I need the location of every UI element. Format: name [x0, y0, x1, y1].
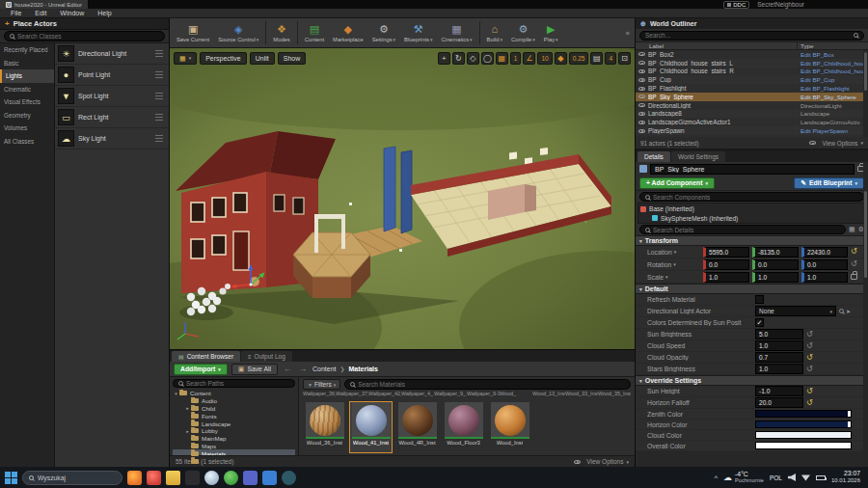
overall-color-swatch[interactable]: [755, 442, 852, 449]
view-options-button[interactable]: View Options ▾: [808, 140, 863, 147]
taskbar-app-icon[interactable]: [243, 471, 258, 485]
tray-expand-icon[interactable]: ^: [715, 474, 718, 481]
cloud-speed-field[interactable]: 1.0: [755, 340, 803, 351]
asset-tile-selected[interactable]: Wood_41_Inst: [349, 401, 393, 453]
drag-grip-icon[interactable]: [155, 95, 163, 96]
folder-content[interactable]: ▾Content: [173, 390, 295, 397]
visibility-eye-icon[interactable]: [638, 61, 645, 65]
scale-snap-value[interactable]: 0.25: [569, 52, 589, 65]
scale-tool-icon[interactable]: ◇: [467, 52, 479, 65]
outliner-search-box[interactable]: [639, 31, 864, 41]
asset-tile[interactable]: Wood_Inst: [488, 401, 531, 453]
category-all-classes[interactable]: All Classes: [0, 135, 54, 149]
viewport[interactable]: ▦▾ Perspective Unlit Show + ↻ ◇ ◯ ▦ 1 ∠ …: [170, 48, 635, 349]
play-button[interactable]: ▶ Play▾: [540, 19, 562, 47]
forward-arrow-icon[interactable]: →: [297, 365, 309, 373]
build-button[interactable]: ⌂ Build▾: [483, 19, 506, 47]
grid-snap-icon[interactable]: ▦: [496, 52, 508, 65]
toolbar-overflow-icon[interactable]: »: [626, 29, 632, 38]
tab-details[interactable]: Details: [637, 151, 670, 162]
add-import-button[interactable]: Add/Import ▾: [174, 364, 228, 375]
visibility-eye-icon[interactable]: [638, 78, 645, 82]
network-icon[interactable]: [801, 474, 810, 481]
grid-snap-value[interactable]: 1: [510, 52, 522, 65]
browse-asset-icon[interactable]: [839, 309, 844, 313]
folder-maps[interactable]: Maps: [173, 443, 295, 450]
taskbar-search[interactable]: Wyszukaj: [22, 471, 122, 485]
reset-to-default-icon[interactable]: ↺: [851, 248, 857, 256]
scale-y-field[interactable]: 1.0: [752, 272, 799, 283]
reset-to-default-icon[interactable]: ↺: [806, 366, 813, 373]
source-control-button[interactable]: ◈ Source Control▾: [214, 19, 262, 47]
drag-grip-icon[interactable]: [155, 117, 163, 118]
expander-icon[interactable]: ▸: [184, 405, 191, 411]
cloud-color-swatch[interactable]: [755, 431, 852, 439]
table-row[interactable]: BP_CupEdit BP_Cup: [636, 75, 868, 84]
breadcrumb-materials[interactable]: Materials: [349, 366, 378, 372]
table-row[interactable]: LandscapeGizmoActiveActor1LandscapeGizmo…: [636, 118, 868, 126]
visibility-eye-icon[interactable]: [638, 52, 645, 56]
language-indicator[interactable]: POL: [770, 474, 782, 481]
scale-snap-icon[interactable]: ◆: [555, 52, 567, 65]
visibility-eye-icon[interactable]: [638, 103, 645, 107]
edit-blueprint-button[interactable]: ✎ Edit Blueprint ▾: [794, 177, 864, 189]
sun-height-field[interactable]: -1.0: [755, 386, 803, 396]
list-item-rect-light[interactable]: ▭ Rect Light: [55, 107, 169, 128]
category-recently-placed[interactable]: Recently Placed: [0, 43, 54, 57]
caret-down-icon[interactable]: ▾: [665, 274, 668, 280]
horizon-falloff-field[interactable]: 20.0: [755, 397, 803, 408]
perspective-button[interactable]: Perspective: [200, 52, 247, 65]
outliner-scrollbar[interactable]: [863, 50, 868, 137]
list-item-point-light[interactable]: ● Point Light: [55, 65, 169, 86]
volume-icon[interactable]: [788, 474, 796, 481]
camera-speed-icon[interactable]: ▤: [590, 52, 603, 65]
table-row[interactable]: BP_Box2Edit BP_Box: [636, 50, 868, 59]
colors-determined-checkbox[interactable]: ✓: [755, 318, 764, 327]
settings-button[interactable]: ⚙ Settings▾: [368, 19, 399, 47]
scale-x-field[interactable]: 1.0: [703, 272, 749, 283]
view-mode-button[interactable]: Unlit: [250, 52, 275, 65]
section-override-settings[interactable]: ▾ Override Settings: [636, 375, 868, 386]
drag-grip-icon[interactable]: [155, 74, 163, 75]
marketplace-button[interactable]: ◆ Marketplace: [329, 19, 367, 47]
tab-content-browser[interactable]: ▤ Content Browser: [172, 351, 240, 362]
tab-output-log[interactable]: ≡ Output Log: [241, 351, 292, 362]
show-button[interactable]: Show: [278, 52, 307, 65]
camera-speed-value[interactable]: 4: [605, 52, 616, 65]
table-row[interactable]: PlayerSpawnEdit PlayerSpawn: [636, 126, 868, 135]
save-all-button[interactable]: ▣ Save All: [231, 364, 278, 375]
refresh-material-checkbox[interactable]: [755, 295, 764, 304]
asset-tile[interactable]: Wood_Floor3: [442, 401, 485, 453]
ddc-status-badge[interactable]: DDC: [723, 1, 749, 9]
rotation-z-field[interactable]: 0.0: [801, 259, 848, 270]
visibility-eye-icon[interactable]: [638, 129, 645, 133]
table-row[interactable]: BP_Childhood_house_stairs_LEdit BP_Child…: [636, 59, 868, 68]
expander-icon[interactable]: ▾: [173, 391, 179, 396]
menu-edit[interactable]: Edit: [28, 9, 53, 18]
scale-lock-icon[interactable]: [851, 274, 857, 280]
reset-to-default-icon[interactable]: ↺: [806, 342, 813, 350]
move-tool-icon[interactable]: +: [438, 52, 450, 65]
scale-z-field[interactable]: 1.0: [801, 272, 848, 283]
search-components-input[interactable]: [653, 194, 858, 201]
use-selected-icon[interactable]: ➤: [846, 308, 851, 314]
folder-lobby[interactable]: ▸Lobby: [173, 427, 295, 435]
category-lights[interactable]: Lights: [0, 69, 54, 83]
visibility-eye-icon[interactable]: [638, 87, 645, 91]
category-visual-effects[interactable]: Visual Effects: [0, 95, 54, 109]
search-components-box[interactable]: [639, 192, 864, 202]
taskbar-app-icon[interactable]: [147, 471, 161, 485]
outliner-search-input[interactable]: [645, 32, 851, 39]
start-button[interactable]: [4, 471, 17, 484]
reset-to-default-icon[interactable]: ↺: [851, 260, 857, 268]
reset-to-default-icon[interactable]: ↺: [806, 388, 813, 395]
taskbar-app-icon[interactable]: [204, 471, 219, 485]
search-details-input[interactable]: [653, 227, 840, 233]
section-default[interactable]: ▾ Default: [636, 284, 868, 294]
location-z-field[interactable]: 22430.0: [801, 247, 848, 258]
actor-name-field[interactable]: [650, 164, 854, 175]
back-arrow-icon[interactable]: ←: [282, 365, 293, 373]
section-transform[interactable]: ▾ Transform: [636, 235, 868, 246]
folder-mainmap[interactable]: MainMap: [173, 435, 295, 443]
rotation-y-field[interactable]: 0.0: [752, 259, 799, 270]
